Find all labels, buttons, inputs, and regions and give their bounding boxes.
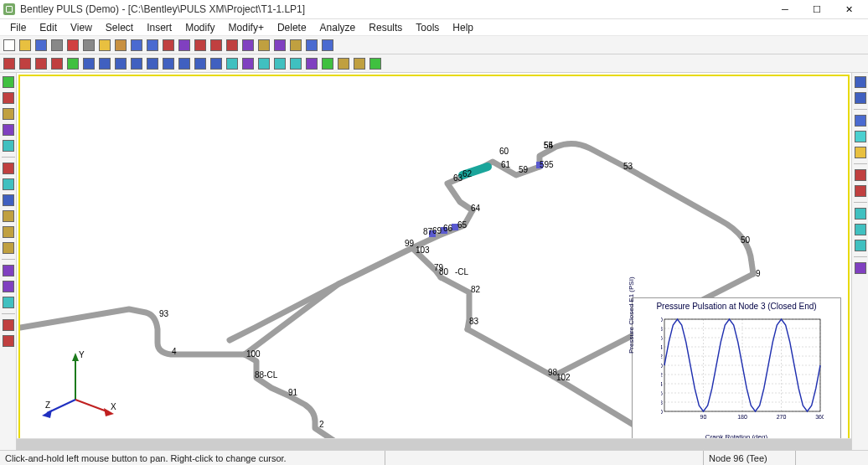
node-label-595: 595 — [540, 160, 554, 169]
toolbar-row-1 — [0, 36, 868, 54]
node-xyz-button[interactable] — [1, 193, 16, 208]
zoom2-button[interactable] — [1, 177, 16, 192]
drop-button[interactable] — [853, 129, 868, 144]
menubar: FileEditViewSelectInsertModifyModify+Del… — [0, 19, 868, 36]
fwd-button[interactable] — [352, 56, 367, 71]
node-label-60: 60 — [499, 147, 509, 156]
new-button[interactable] — [2, 38, 17, 53]
star-button[interactable] — [853, 145, 868, 160]
cut-button[interactable] — [81, 38, 96, 53]
pan-button[interactable] — [1, 106, 16, 121]
menu-modify[interactable]: Modify — [178, 20, 221, 35]
info-button[interactable] — [304, 38, 319, 53]
copy-button[interactable] — [97, 38, 112, 53]
c3-button[interactable] — [113, 56, 128, 71]
chart-ylabel: Pressure Closed E1 (PSI) — [628, 276, 635, 354]
maximize-button[interactable]: ☐ — [801, 0, 833, 18]
tee-2-button[interactable] — [853, 238, 868, 253]
list-3-button[interactable] — [225, 38, 240, 53]
redo-button[interactable] — [145, 38, 160, 53]
grid-1-button[interactable] — [1, 318, 16, 333]
menu-view[interactable]: View — [64, 20, 99, 35]
play-button[interactable] — [304, 56, 319, 71]
copy2-button[interactable] — [225, 56, 240, 71]
node-label-88-CL: 88-CL — [255, 370, 278, 380]
p1-button[interactable] — [161, 56, 176, 71]
p3-button[interactable] — [193, 56, 208, 71]
tee-1-button[interactable] — [853, 206, 868, 221]
print-button[interactable] — [49, 38, 65, 53]
rect-2-button[interactable] — [853, 183, 868, 199]
menu-tools[interactable]: Tools — [409, 20, 446, 35]
pointer-button[interactable] — [65, 56, 80, 71]
grid-2-button[interactable] — [1, 333, 16, 349]
zoom-button[interactable] — [1, 122, 16, 137]
pointer-button[interactable] — [1, 75, 16, 90]
wand-button[interactable] — [853, 261, 868, 276]
help-button[interactable] — [320, 38, 335, 53]
rew-end-button[interactable] — [320, 56, 335, 71]
erase-button[interactable] — [1, 295, 16, 310]
edit-button[interactable] — [1, 279, 16, 294]
123-button[interactable] — [1, 240, 16, 256]
close-button[interactable]: ✕ — [833, 0, 865, 18]
paste-button[interactable] — [113, 38, 128, 53]
rew-button[interactable] — [336, 56, 351, 71]
left-toolbar — [0, 73, 17, 450]
node-label-87: 87 — [423, 227, 433, 236]
viewport[interactable]: 60615455595956263536465666987103997980-C… — [17, 73, 851, 450]
c1-button[interactable] — [81, 56, 96, 71]
line-button[interactable] — [1, 263, 16, 278]
stamp-button[interactable] — [288, 56, 303, 71]
kppi-button[interactable] — [272, 38, 287, 53]
element-type-button[interactable] — [161, 38, 176, 53]
menu-help[interactable]: Help — [446, 20, 480, 35]
render-a-button[interactable] — [853, 75, 868, 90]
ibo-button[interactable] — [288, 38, 303, 53]
p4-button[interactable] — [209, 56, 224, 71]
menu-select[interactable]: Select — [99, 20, 140, 35]
grid-button[interactable] — [240, 38, 256, 53]
statusbar: Click-and-hold left mouse button to pan.… — [0, 450, 868, 465]
sphere-button[interactable] — [853, 113, 868, 128]
menu-results[interactable]: Results — [362, 20, 409, 35]
tool-b-button[interactable] — [18, 56, 33, 71]
rect-1-button[interactable] — [853, 168, 868, 183]
chart-panel[interactable]: Pressure Pulsation at Node 3 (Closed End… — [632, 297, 841, 440]
pick-button[interactable] — [177, 38, 192, 53]
save-button[interactable] — [34, 38, 49, 53]
union-button[interactable] — [853, 222, 868, 237]
open-button[interactable] — [18, 38, 33, 53]
121-button[interactable] — [1, 209, 16, 224]
tool-a-button[interactable] — [2, 56, 17, 71]
render-b-button[interactable] — [853, 90, 868, 106]
menu-modify-plus[interactable]: Modify+ — [222, 20, 271, 35]
grab2-button[interactable] — [256, 56, 271, 71]
grab-button[interactable] — [240, 56, 256, 71]
menu-edit[interactable]: Edit — [33, 20, 64, 35]
c4-button[interactable] — [129, 56, 144, 71]
horizontal-scrollbar[interactable] — [17, 438, 851, 450]
select-arrow-button[interactable] — [1, 161, 16, 176]
list-1-button[interactable] — [193, 38, 208, 53]
list-2-button[interactable] — [209, 38, 224, 53]
browse-button[interactable] — [49, 56, 65, 71]
minimize-button[interactable]: ─ — [769, 0, 801, 18]
c5-button[interactable] — [145, 56, 160, 71]
122-button[interactable] — [1, 225, 16, 240]
node-label-59: 59 — [519, 165, 529, 174]
tool-c-button[interactable] — [34, 56, 49, 71]
scale-button[interactable] — [272, 56, 287, 71]
ibs-button[interactable] — [256, 38, 271, 53]
undo-button[interactable] — [129, 38, 144, 53]
menu-insert[interactable]: Insert — [140, 20, 178, 35]
zoom-window-button[interactable] — [1, 138, 16, 153]
menu-analyze[interactable]: Analyze — [313, 20, 363, 35]
rotate-button[interactable] — [1, 90, 16, 106]
delete-button[interactable] — [65, 38, 80, 53]
c2-button[interactable] — [97, 56, 112, 71]
p2-button[interactable] — [177, 56, 192, 71]
menu-file[interactable]: File — [3, 20, 33, 35]
fwd-end-button[interactable] — [368, 56, 383, 71]
menu-delete[interactable]: Delete — [271, 20, 313, 35]
